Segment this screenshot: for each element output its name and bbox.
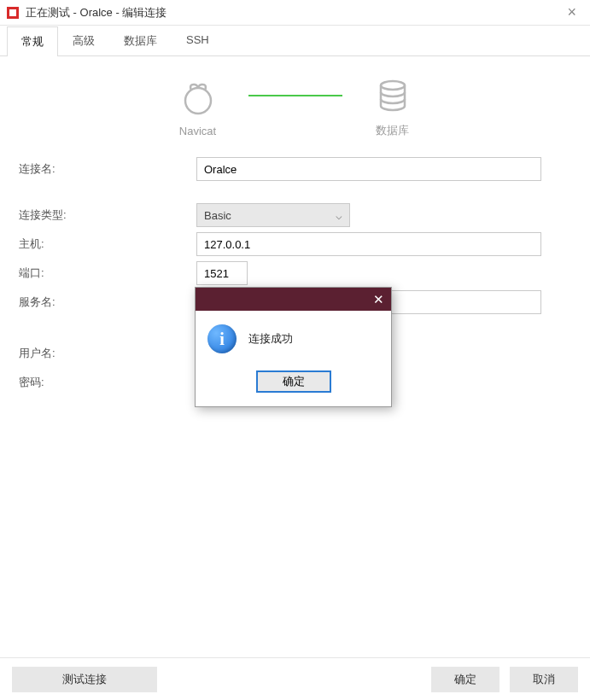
svg-point-1: [381, 81, 405, 90]
tab-ssh[interactable]: SSH: [172, 26, 224, 55]
conn-name-label: 连接名:: [17, 161, 196, 177]
chevron-down-icon: ⌵: [336, 209, 342, 222]
dialog-close-icon[interactable]: ✕: [373, 292, 384, 307]
tab-database[interactable]: 数据库: [109, 26, 172, 55]
ok-button[interactable]: 确定: [431, 667, 499, 692]
port-input[interactable]: [196, 261, 248, 285]
host-label: 主机:: [17, 236, 196, 252]
dialog-body: i 连接成功: [196, 311, 391, 362]
dialog-titlebar: ✕: [196, 288, 391, 311]
close-icon[interactable]: ×: [560, 3, 583, 21]
conn-type-select[interactable]: Basic ⌵: [196, 203, 350, 227]
tab-general[interactable]: 常规: [7, 26, 58, 56]
dialog-footer: 确定: [196, 362, 391, 406]
connection-line: [248, 95, 342, 96]
service-label: 服务名:: [17, 295, 196, 310]
svg-point-0: [185, 88, 211, 114]
user-label: 用户名:: [17, 346, 196, 361]
success-dialog: ✕ i 连接成功 确定: [195, 287, 392, 407]
conn-type-label: 连接类型:: [17, 207, 196, 223]
test-connection-button[interactable]: 测试连接: [12, 667, 157, 692]
tab-bar: 常规 高级 数据库 SSH: [0, 26, 590, 56]
navicat-label: Navicat: [179, 125, 216, 137]
database-label: 数据库: [376, 123, 409, 138]
titlebar: 正在测试 - Oralce - 编辑连接 ×: [0, 0, 590, 26]
navicat-node: Navicat: [160, 79, 237, 137]
footer: 测试连接 确定 取消: [0, 657, 590, 700]
password-label: 密码:: [17, 375, 196, 390]
dialog-message: 连接成功: [248, 331, 293, 347]
port-label: 端口:: [17, 265, 196, 281]
app-icon: [7, 7, 19, 19]
row-host: 主机:: [17, 230, 573, 258]
info-icon: i: [207, 324, 237, 353]
tab-advanced[interactable]: 高级: [58, 26, 109, 55]
host-input[interactable]: [196, 232, 541, 256]
cancel-button[interactable]: 取消: [510, 667, 578, 692]
database-icon: [374, 77, 412, 114]
row-conn-type: 连接类型: Basic ⌵: [17, 201, 573, 229]
window-title: 正在测试 - Oralce - 编辑连接: [26, 5, 166, 20]
database-node: 数据库: [354, 77, 431, 138]
row-conn-name: 连接名:: [17, 155, 573, 183]
connection-visual: Navicat 数据库: [17, 77, 573, 138]
conn-name-input[interactable]: [196, 157, 541, 181]
conn-type-value: Basic: [204, 209, 231, 222]
navicat-icon: [179, 79, 217, 116]
dialog-ok-button[interactable]: 确定: [256, 370, 331, 393]
row-port: 端口:: [17, 260, 573, 287]
